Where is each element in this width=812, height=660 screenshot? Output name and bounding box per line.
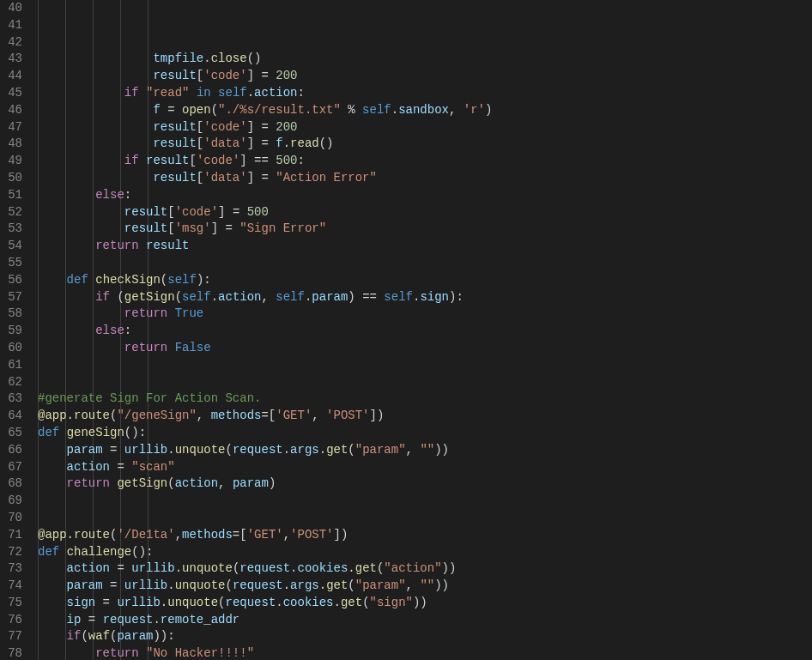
token-plain: . xyxy=(203,51,210,65)
token-str: "param" xyxy=(355,578,406,592)
code-line[interactable]: if(waf(param)): xyxy=(38,628,812,645)
token-fn: open xyxy=(182,103,211,117)
token-plain xyxy=(139,154,146,167)
line-number: 60 xyxy=(0,340,22,357)
token-plain: ( xyxy=(225,578,232,592)
token-plain: = xyxy=(110,460,131,474)
code-line[interactable]: else: xyxy=(38,323,812,340)
token-plain xyxy=(167,341,174,354)
token-plain: . xyxy=(334,596,341,609)
token-plain xyxy=(139,86,146,100)
line-number: 53 xyxy=(0,221,22,238)
code-area[interactable]: tmpfile.close() result['code'] = 200 if … xyxy=(38,0,812,660)
token-str: '/De1ta' xyxy=(117,528,174,542)
token-plain: , xyxy=(283,528,290,542)
token-self: self xyxy=(167,273,197,287)
token-fn: get xyxy=(326,578,348,592)
token-plain: . xyxy=(167,443,174,457)
token-kw: def xyxy=(67,273,88,287)
token-const: True xyxy=(175,306,204,320)
token-kw2: return xyxy=(95,239,138,252)
token-plain: : xyxy=(298,86,305,100)
line-number: 63 xyxy=(0,391,22,408)
code-line[interactable] xyxy=(38,357,812,374)
code-line[interactable]: sign = urllib.unquote(request.cookies.ge… xyxy=(38,595,812,612)
code-line[interactable] xyxy=(38,493,812,510)
code-line[interactable]: if (getSign(self.action, self.param) == … xyxy=(38,289,812,306)
code-line[interactable]: ip = request.remote_addr xyxy=(38,612,812,629)
token-plain xyxy=(59,426,66,439)
token-self: self xyxy=(218,86,247,100)
code-line[interactable]: else: xyxy=(38,187,812,204)
token-var: tmpfile xyxy=(153,51,203,65)
token-str: 'code' xyxy=(203,69,246,82)
token-var: urllib xyxy=(117,596,160,609)
line-number: 50 xyxy=(0,170,22,187)
code-line[interactable]: @app.route('/De1ta',methods=['GET','POST… xyxy=(38,527,812,544)
token-var: action xyxy=(218,290,261,304)
code-line[interactable]: return getSign(action, param) xyxy=(38,475,812,493)
line-number: 43 xyxy=(0,51,22,68)
token-plain: )) xyxy=(442,561,457,575)
code-line[interactable]: return True xyxy=(38,306,812,323)
token-plain: . xyxy=(348,561,354,575)
token-kw2: if xyxy=(124,154,139,167)
code-line[interactable]: def checkSign(self): xyxy=(38,272,812,289)
token-plain: ( xyxy=(211,103,218,117)
code-line[interactable]: f = open("./%s/result.txt" % self.sandbo… xyxy=(38,102,812,119)
code-line[interactable]: result['code'] = 200 xyxy=(38,119,812,136)
code-line[interactable]: def geneSign(): xyxy=(38,425,812,442)
line-number: 65 xyxy=(0,425,22,442)
token-plain: . xyxy=(290,561,297,575)
code-line[interactable]: param = urllib.unquote(request.args.get(… xyxy=(38,578,812,595)
token-plain: ( xyxy=(362,596,369,609)
line-number: 66 xyxy=(0,442,22,459)
token-var: result xyxy=(153,171,196,185)
token-plain: : xyxy=(298,154,305,167)
code-line[interactable]: return False xyxy=(38,340,812,357)
token-fn: unquote xyxy=(167,596,218,609)
code-line[interactable]: result['data'] = f.read() xyxy=(38,136,812,153)
code-line[interactable]: action = urllib.unquote(request.cookies.… xyxy=(38,560,812,578)
token-fn: read xyxy=(290,136,319,150)
token-plain: [ xyxy=(167,205,174,219)
token-fn: getSign xyxy=(124,290,175,304)
token-str: "sign" xyxy=(370,596,413,609)
code-line[interactable]: action = "scan" xyxy=(38,459,812,476)
token-plain: . xyxy=(153,613,160,627)
code-line[interactable] xyxy=(38,255,812,272)
code-line[interactable]: param = urllib.unquote(request.args.get(… xyxy=(38,442,812,459)
code-line[interactable]: def challenge(): xyxy=(38,544,812,561)
token-plain: . xyxy=(276,596,282,609)
token-str: "" xyxy=(420,443,434,457)
code-line[interactable]: result['msg'] = "Sign Error" xyxy=(38,221,812,238)
code-line[interactable]: result['code'] = 200 xyxy=(38,68,812,85)
token-plain: (): xyxy=(124,426,146,439)
token-plain: = xyxy=(161,103,182,117)
code-line[interactable]: if "read" in self.action: xyxy=(38,85,812,102)
code-line[interactable]: tmpfile.close() xyxy=(38,51,812,68)
code-line[interactable]: #generate Sign For Action Scan. xyxy=(38,391,812,408)
code-line[interactable] xyxy=(38,510,812,527)
code-line[interactable]: if result['code'] == 500: xyxy=(38,153,812,170)
token-plain: : xyxy=(124,188,131,202)
token-str: "param" xyxy=(355,443,406,457)
token-var: ip xyxy=(67,613,82,627)
code-line[interactable]: return "No Hacker!!!!" xyxy=(38,645,812,660)
code-editor[interactable]: 4041424344454647484950515253545556575859… xyxy=(0,0,812,660)
code-line[interactable] xyxy=(38,374,812,391)
token-self: self xyxy=(384,290,413,304)
code-line[interactable]: return result xyxy=(38,238,812,255)
token-var: methods xyxy=(211,409,262,422)
token-plain: . xyxy=(175,561,182,575)
token-kw2: else xyxy=(95,324,124,337)
line-number: 46 xyxy=(0,102,22,119)
code-line[interactable]: result['code'] = 500 xyxy=(38,204,812,221)
line-number: 76 xyxy=(0,612,22,629)
token-plain: [ xyxy=(197,136,203,150)
token-plain: . xyxy=(283,578,290,592)
token-num: 200 xyxy=(276,120,297,134)
code-line[interactable]: @app.route("/geneSign", methods=['GET', … xyxy=(38,408,812,425)
token-plain: ( xyxy=(161,273,167,287)
code-line[interactable]: result['data'] = "Action Error" xyxy=(38,170,812,187)
